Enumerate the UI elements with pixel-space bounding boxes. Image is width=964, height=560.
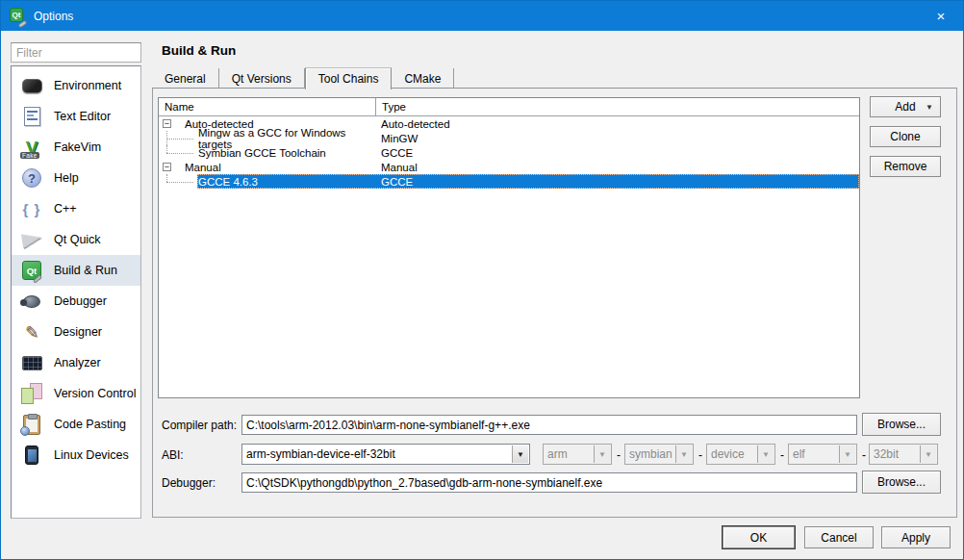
options-dialog: Qt Options × Environment Text Editor VFa… xyxy=(0,0,964,560)
dropdown-arrow-icon: ▼ xyxy=(839,445,855,463)
linux-devices-icon xyxy=(20,444,43,467)
sidebar-item-label: Designer xyxy=(54,325,102,339)
filter-input[interactable] xyxy=(11,42,141,63)
compiler-browse-button[interactable]: Browse... xyxy=(862,413,941,436)
dropdown-arrow-icon: ▼ xyxy=(512,445,528,463)
abi-separator: - xyxy=(698,448,702,462)
sidebar-item-label: Version Control xyxy=(54,387,136,400)
help-icon: ? xyxy=(20,166,43,190)
close-button[interactable]: × xyxy=(919,1,963,31)
environment-icon xyxy=(20,74,43,97)
debugger-browse-button[interactable]: Browse... xyxy=(862,471,941,494)
abi-combo[interactable]: arm-symbian-device-elf-32bit ▼ xyxy=(241,444,530,465)
sidebar-item-label: Help xyxy=(54,171,79,185)
window-title: Options xyxy=(34,10,73,23)
build-run-icon: Qt xyxy=(20,259,43,282)
sidebar-item-label: C++ xyxy=(54,202,77,216)
sidebar-item-help[interactable]: ? Help xyxy=(12,163,140,193)
table-row[interactable]: Symbian GCCE Toolchain GCCE xyxy=(159,145,859,160)
sidebar-item-label: Linux Devices xyxy=(54,448,129,462)
page-title: Build & Run xyxy=(162,43,236,58)
remove-button[interactable]: Remove xyxy=(870,156,941,177)
qt-quick-icon xyxy=(20,228,43,251)
version-control-icon xyxy=(20,382,43,405)
sidebar-item-fakevim[interactable]: VFake FakeVim xyxy=(12,132,140,163)
sidebar-item-label: Qt Quick xyxy=(54,233,101,246)
sidebar-item-analyzer[interactable]: Analyzer xyxy=(12,347,140,378)
debugger-input[interactable] xyxy=(241,472,857,493)
sidebar-item-environment[interactable]: Environment xyxy=(12,70,140,101)
table-row-selected[interactable]: GCCE 4.6.3 GCCE xyxy=(159,174,859,189)
sidebar-item-label: Analyzer xyxy=(54,356,101,369)
abi-arch-combo: arm ▼ xyxy=(543,444,612,465)
sidebar-item-label: Text Editor xyxy=(54,110,111,123)
apply-button[interactable]: Apply xyxy=(881,526,951,548)
sidebar-item-build-and-run[interactable]: Qt Build & Run xyxy=(12,255,140,286)
sidebar-item-label: FakeVim xyxy=(54,140,101,154)
abi-flavor-combo: device ▼ xyxy=(706,444,775,465)
collapse-icon[interactable]: − xyxy=(163,163,171,171)
chevron-down-icon: ▼ xyxy=(926,103,933,112)
toolchain-table: Name Type −Auto-detected Auto-detected M… xyxy=(158,97,860,398)
table-header: Name Type xyxy=(159,98,859,116)
dropdown-arrow-icon: ▼ xyxy=(757,445,774,463)
dropdown-arrow-icon: ▼ xyxy=(594,445,610,463)
sidebar-item-qt-quick[interactable]: Qt Quick xyxy=(12,224,140,255)
add-button[interactable]: Add ▼ xyxy=(870,96,941,117)
tab-cmake[interactable]: CMake xyxy=(392,68,454,89)
debugger-icon xyxy=(20,290,43,313)
abi-os-combo: symbian ▼ xyxy=(624,444,694,465)
designer-icon: ✎ xyxy=(20,320,43,344)
column-header-name[interactable]: Name xyxy=(159,98,376,115)
abi-separator: - xyxy=(862,448,866,462)
fakevim-icon: VFake xyxy=(20,136,43,159)
titlebar[interactable]: Qt Options × xyxy=(1,1,963,31)
abi-label: ABI: xyxy=(162,448,184,462)
sidebar-item-label: Debugger xyxy=(54,294,107,308)
tab-tool-chains[interactable]: Tool Chains xyxy=(305,67,393,89)
cancel-button[interactable]: Cancel xyxy=(804,526,874,548)
abi-separator: - xyxy=(617,448,621,462)
column-header-type[interactable]: Type xyxy=(376,98,859,115)
category-list: Environment Text Editor VFake FakeVim ? … xyxy=(11,65,141,519)
sidebar-item-label: Code Pasting xyxy=(54,418,126,431)
abi-separator: - xyxy=(780,448,784,462)
abi-format-combo: elf ▼ xyxy=(788,444,857,465)
sidebar-item-debugger[interactable]: Debugger xyxy=(12,286,140,317)
sidebar-item-label: Build & Run xyxy=(54,264,117,277)
sidebar-item-cpp[interactable]: { } C++ xyxy=(12,193,140,224)
analyzer-icon xyxy=(20,351,43,374)
clone-button[interactable]: Clone xyxy=(870,126,941,147)
sidebar-item-linux-devices[interactable]: Linux Devices xyxy=(12,440,140,471)
qt-creator-icon: Qt xyxy=(10,8,26,24)
sidebar-item-version-control[interactable]: Version Control xyxy=(12,378,140,409)
debugger-label: Debugger: xyxy=(162,476,216,490)
sidebar-item-code-pasting[interactable]: Code Pasting xyxy=(12,409,140,440)
compiler-path-input[interactable] xyxy=(241,415,857,435)
sidebar-item-text-editor[interactable]: Text Editor xyxy=(12,101,140,132)
compiler-path-label: Compiler path: xyxy=(162,419,237,432)
tab-general[interactable]: General xyxy=(152,68,219,89)
sidebar-item-label: Environment xyxy=(54,79,121,92)
tab-bar: General Qt Versions Tool Chains CMake xyxy=(152,66,454,89)
tab-qt-versions[interactable]: Qt Versions xyxy=(219,68,305,89)
abi-bits-combo: 32bit ▼ xyxy=(869,444,938,465)
table-row[interactable]: −Manual Manual xyxy=(159,160,859,174)
sidebar-item-designer[interactable]: ✎ Designer xyxy=(12,317,140,347)
code-pasting-icon xyxy=(20,413,43,436)
table-row[interactable]: Mingw as a GCC for Windows targets MinGW xyxy=(159,131,859,145)
text-editor-icon xyxy=(20,105,43,128)
ok-button[interactable]: OK xyxy=(723,526,795,548)
dropdown-arrow-icon: ▼ xyxy=(920,445,936,463)
dropdown-arrow-icon: ▼ xyxy=(675,445,692,463)
cpp-icon: { } xyxy=(20,197,43,220)
